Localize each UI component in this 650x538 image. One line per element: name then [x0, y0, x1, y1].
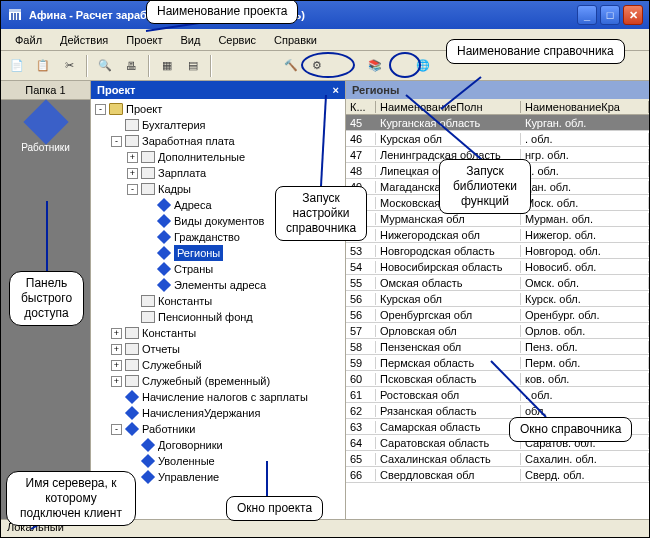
- tool-settings-icon[interactable]: ⚙: [305, 54, 329, 78]
- col-short-header[interactable]: НаименованиеКра: [521, 101, 649, 113]
- menu-справки[interactable]: Справки: [266, 32, 325, 48]
- expand-icon: [143, 248, 154, 259]
- menu-вид[interactable]: Вид: [172, 32, 208, 48]
- col-code-header[interactable]: К...: [346, 101, 376, 113]
- menu-проект[interactable]: Проект: [118, 32, 170, 48]
- quick-tab[interactable]: Папка 1: [1, 81, 90, 100]
- tool-print-icon[interactable]: 🖶: [119, 54, 143, 78]
- tool-new-icon[interactable]: 📄: [5, 54, 29, 78]
- tree-node[interactable]: Бухгалтерия: [95, 117, 345, 133]
- expand-icon: [111, 392, 122, 403]
- table-row[interactable]: 45Курганская областьКурган. обл.: [346, 115, 649, 131]
- tree-node[interactable]: +Дополнительные: [95, 149, 345, 165]
- table-row[interactable]: 57Орловская облОрлов. обл.: [346, 323, 649, 339]
- menu-файл[interactable]: Файл: [7, 32, 50, 48]
- table-row[interactable]: 60Псковская областьков. обл.: [346, 371, 649, 387]
- expand-icon[interactable]: +: [111, 344, 122, 355]
- expand-icon: [111, 408, 122, 419]
- cell-name: Орловская обл: [376, 325, 521, 337]
- cell-short: Курск. обл.: [521, 293, 649, 305]
- expand-icon[interactable]: -: [111, 424, 122, 435]
- cell-short: . обл.: [521, 389, 649, 401]
- table-row[interactable]: 46Курская обл. обл.: [346, 131, 649, 147]
- tool-globe-icon[interactable]: 🌐: [411, 54, 435, 78]
- tree-node[interactable]: Пенсионный фонд: [95, 309, 345, 325]
- tool-delete-icon[interactable]: ✂: [57, 54, 81, 78]
- table-row[interactable]: 58Пензенская облПенз. обл.: [346, 339, 649, 355]
- tool-grid-icon[interactable]: ▦: [155, 54, 179, 78]
- app-icon: [7, 7, 23, 23]
- tree-node[interactable]: НачисленияУдержания: [95, 405, 345, 421]
- table-row[interactable]: 65Сахалинская областьСахалин. обл.: [346, 451, 649, 467]
- cell-name: Самарская область: [376, 421, 521, 433]
- callout-ref-window: Окно справочника: [509, 417, 632, 442]
- table-row[interactable]: 56Оренбургская облОренбург. обл.: [346, 307, 649, 323]
- page-icon: [141, 151, 155, 163]
- col-name-header[interactable]: НаименованиеПолн: [376, 101, 521, 113]
- minimize-button[interactable]: _: [577, 5, 597, 25]
- cell-name: Псковская область: [376, 373, 521, 385]
- table-row[interactable]: 59Пермская областьПерм. обл.: [346, 355, 649, 371]
- tree-node[interactable]: +Отчеты: [95, 341, 345, 357]
- close-button[interactable]: ✕: [623, 5, 643, 25]
- tree-node-label: Гражданство: [174, 229, 240, 245]
- table-row[interactable]: 53Новгородская областьНовгород. обл.: [346, 243, 649, 259]
- tree-node[interactable]: Договорники: [95, 437, 345, 453]
- project-tree[interactable]: -ПроектБухгалтерия-Заработная плата+Допо…: [91, 99, 345, 519]
- table-row[interactable]: 56Курская облКурск. обл.: [346, 291, 649, 307]
- expand-icon: [143, 232, 154, 243]
- tree-node-label: Виды документов: [174, 213, 264, 229]
- expand-icon[interactable]: +: [127, 168, 138, 179]
- diamond-icon: [141, 470, 155, 484]
- table-row[interactable]: 55Омская областьОмск. обл.: [346, 275, 649, 291]
- expand-icon[interactable]: +: [111, 376, 122, 387]
- tree-node[interactable]: -Проект: [95, 101, 345, 117]
- cell-short: Сахалин. обл.: [521, 453, 649, 465]
- cell-code: 54: [346, 261, 376, 273]
- expand-icon: [127, 296, 138, 307]
- tree-panel-close-icon[interactable]: ×: [333, 84, 339, 96]
- tree-node[interactable]: -Работники: [95, 421, 345, 437]
- tree-node[interactable]: Элементы адреса: [95, 277, 345, 293]
- cell-code: 57: [346, 325, 376, 337]
- expand-icon[interactable]: -: [95, 104, 106, 115]
- tool-copy-icon[interactable]: 📋: [31, 54, 55, 78]
- expand-icon[interactable]: -: [127, 184, 138, 195]
- cell-name: Нижегородская обл: [376, 229, 521, 241]
- cell-name: Омская область: [376, 277, 521, 289]
- tree-node-label: НачисленияУдержания: [142, 405, 260, 421]
- callout-quick-panel: Панель быстрого доступа: [9, 271, 84, 326]
- cell-name: Новгородская область: [376, 245, 521, 257]
- tree-node[interactable]: Константы: [95, 293, 345, 309]
- menu-сервис[interactable]: Сервис: [210, 32, 264, 48]
- tool-hammer-icon[interactable]: 🔨: [279, 54, 303, 78]
- table-row[interactable]: 61Ростовская обл. обл.: [346, 387, 649, 403]
- tree-node[interactable]: Регионы: [95, 245, 345, 261]
- tree-node[interactable]: +Служебный (временный): [95, 373, 345, 389]
- tool-book-icon[interactable]: 📚: [363, 54, 387, 78]
- expand-icon: [143, 200, 154, 211]
- expand-icon[interactable]: +: [111, 328, 122, 339]
- tree-node[interactable]: -Заработная плата: [95, 133, 345, 149]
- table-row[interactable]: 66Свердловская облСверд. обл.: [346, 467, 649, 483]
- quick-item-icon[interactable]: [23, 99, 68, 144]
- callout-func-lib: Запуск библиотеки функций: [439, 159, 531, 214]
- tree-node[interactable]: +Служебный: [95, 357, 345, 373]
- menu-действия[interactable]: Действия: [52, 32, 116, 48]
- tool-calendar-icon[interactable]: ▤: [181, 54, 205, 78]
- tree-node[interactable]: +Константы: [95, 325, 345, 341]
- tree-node-label: Константы: [158, 293, 212, 309]
- tree-node[interactable]: +Зарплата: [95, 165, 345, 181]
- cell-code: 47: [346, 149, 376, 161]
- tree-node[interactable]: Страны: [95, 261, 345, 277]
- expand-icon[interactable]: -: [111, 136, 122, 147]
- expand-icon[interactable]: +: [127, 152, 138, 163]
- expand-icon[interactable]: +: [111, 360, 122, 371]
- tree-node[interactable]: Уволенные: [95, 453, 345, 469]
- tool-find-icon[interactable]: 🔍: [93, 54, 117, 78]
- tree-node-label: Работники: [142, 421, 195, 437]
- maximize-button[interactable]: □: [600, 5, 620, 25]
- tree-node[interactable]: Начисление налогов с зарплаты: [95, 389, 345, 405]
- table-row[interactable]: 52Нижегородская облНижегор. обл.: [346, 227, 649, 243]
- table-row[interactable]: 54Новосибирская областьНовосиб. обл.: [346, 259, 649, 275]
